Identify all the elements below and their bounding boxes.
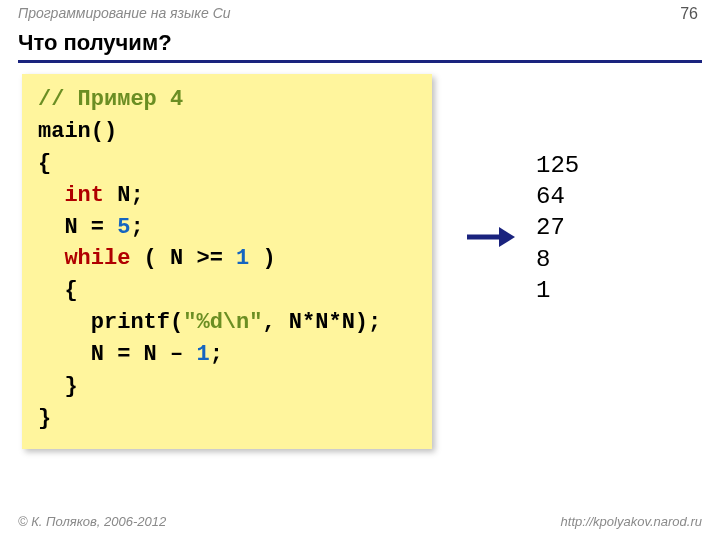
- code-text: printf(: [91, 310, 183, 335]
- code-number: 1: [236, 246, 249, 271]
- page-number: 76: [680, 5, 698, 23]
- code-text: {: [64, 278, 77, 303]
- code-text: {: [38, 151, 51, 176]
- code-text: , N*N*N);: [262, 310, 381, 335]
- output-line: 64: [536, 181, 579, 212]
- code-number: 1: [196, 342, 209, 367]
- output-block: 125 64 27 8 1: [536, 150, 579, 306]
- code-text: N;: [104, 183, 144, 208]
- code-comment: // Пример 4: [38, 87, 183, 112]
- code-text: >=: [183, 246, 236, 271]
- output-line: 27: [536, 212, 579, 243]
- code-text: }: [38, 406, 51, 431]
- code-text: ;: [130, 215, 143, 240]
- slide-title: Что получим?: [18, 30, 172, 56]
- footer-url: http://kpolyakov.narod.ru: [561, 514, 702, 529]
- code-keyword: while: [64, 246, 130, 271]
- code-block: // Пример 4 main() { int N; N = 5; while…: [22, 74, 432, 449]
- output-line: 1: [536, 275, 579, 306]
- code-text: main(): [38, 119, 117, 144]
- output-line: 125: [536, 150, 579, 181]
- code-text: }: [64, 374, 77, 399]
- code-number: 5: [117, 215, 130, 240]
- output-line: 8: [536, 244, 579, 275]
- copyright: © К. Поляков, 2006-2012: [18, 514, 166, 529]
- footer: © К. Поляков, 2006-2012 http://kpolyakov…: [0, 514, 720, 534]
- code-text: ;: [210, 342, 223, 367]
- code-string: "%d\n": [183, 310, 262, 335]
- course-name: Программирование на языке Си: [18, 5, 231, 21]
- code-text: ): [249, 246, 275, 271]
- code-text: ( N: [130, 246, 183, 271]
- code-keyword: int: [64, 183, 104, 208]
- code-text: N =: [64, 215, 117, 240]
- title-underline: [18, 60, 702, 63]
- arrow-right-icon: [465, 225, 515, 249]
- code-text: –: [157, 342, 197, 367]
- svg-marker-1: [499, 227, 515, 247]
- code-text: N = N: [91, 342, 157, 367]
